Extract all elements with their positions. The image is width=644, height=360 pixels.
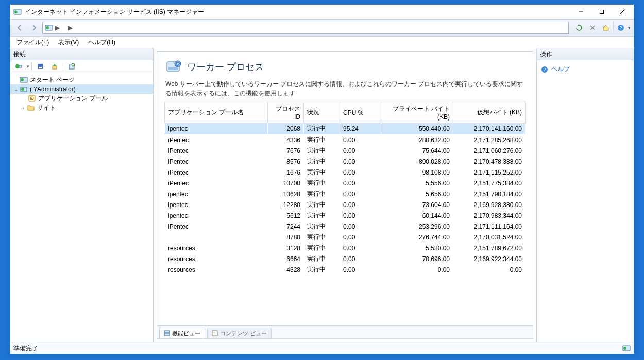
cell-state: 実行中 — [304, 188, 340, 199]
stop-button[interactable] — [586, 22, 599, 34]
cell-state: 実行中 — [304, 167, 340, 178]
forward-button[interactable] — [28, 22, 40, 34]
collapse-icon[interactable]: ⌄ — [12, 87, 20, 92]
back-button[interactable] — [13, 22, 26, 34]
cell-state: 実行中 — [304, 210, 340, 221]
cell-pid: 10620 — [268, 188, 304, 199]
action-label: ヘルプ — [551, 65, 570, 74]
tree-app-pools[interactable]: アプリケーション プール — [10, 94, 153, 103]
table-row[interactable]: ipentec10620実行中0.005,656.002,151,790,184… — [165, 188, 526, 199]
cell-private: 280,632.00 — [381, 134, 453, 146]
cell-private: 253,296.00 — [381, 221, 453, 232]
svg-rect-3 — [600, 10, 604, 14]
cell-state: 実行中 — [304, 156, 340, 167]
refresh-tree-icon[interactable] — [65, 60, 78, 73]
col-cpu[interactable]: CPU % — [340, 102, 381, 123]
address-bar[interactable]: ▶ ▶ — [42, 22, 569, 34]
menu-file[interactable]: ファイル(F) — [12, 37, 53, 48]
cell-name: ipentec — [165, 199, 268, 210]
cell-virtual: 2,170,141,160.00 — [453, 123, 526, 134]
connections-header: 接続 — [10, 48, 153, 60]
expand-icon[interactable]: › — [20, 105, 27, 111]
cell-virtual: 2,170,031,524.00 — [453, 232, 526, 243]
minimize-button[interactable] — [571, 5, 591, 19]
table-row[interactable]: resources6664実行中0.0070,696.002,169,922,3… — [165, 253, 526, 264]
cell-name: iPentec — [165, 145, 268, 156]
table-row[interactable]: resources3128実行中0.005,580.002,151,789,67… — [165, 243, 526, 253]
save-icon[interactable] — [34, 60, 46, 73]
close-button[interactable] — [612, 5, 633, 19]
center-pane: ワーカー プロセス Web サーバー上で動作しているワーカー プロセスに関する情… — [154, 48, 537, 342]
cell-pid: 2068 — [268, 123, 304, 134]
action-help[interactable]: ? ヘルプ — [540, 63, 631, 75]
tree-label: スタート ページ — [30, 76, 75, 84]
table-row[interactable]: iPentec4336実行中0.00280,632.002,171,285,26… — [165, 134, 526, 146]
cell-name — [165, 232, 268, 243]
table-row[interactable]: iPentec7244実行中0.00253,296.002,171,111,16… — [165, 221, 526, 232]
iis-icon — [13, 8, 22, 16]
tab-features-view[interactable]: 機能ビュー — [159, 328, 205, 338]
table-row[interactable]: ipentec2068実行中95.24550,440.002,170,141,1… — [165, 123, 526, 134]
cell-private: 5,580.00 — [381, 243, 453, 253]
tree-server-node[interactable]: ⌄ ( ¥Administrator) — [10, 84, 153, 94]
cell-cpu: 0.00 — [340, 156, 381, 167]
column-header-row[interactable]: アプリケーション プール名 プロセス ID 状況 CPU % プライベート バイ… — [165, 102, 526, 123]
col-name[interactable]: アプリケーション プール名 — [165, 102, 268, 123]
navigation-bar: ▶ ▶ ? ▾ — [10, 19, 634, 37]
cell-cpu: 0.00 — [340, 221, 381, 232]
cell-pid: 7244 — [268, 221, 304, 232]
features-view-icon — [164, 330, 170, 336]
cell-state: 実行中 — [304, 123, 340, 134]
refresh-button[interactable] — [573, 22, 585, 34]
home-button[interactable] — [600, 22, 612, 34]
svg-point-22 — [21, 88, 24, 91]
connections-tree[interactable]: スタート ページ ⌄ ( ¥Administrator) アプリケーション プー… — [10, 73, 153, 342]
cell-cpu: 0.00 — [340, 178, 381, 188]
table-row[interactable]: iPentec1676実行中0.0098,108.002,171,115,252… — [165, 167, 526, 178]
col-pid[interactable]: プロセス ID — [268, 102, 304, 123]
cell-state: 実行中 — [304, 243, 340, 253]
cell-pid: 3128 — [268, 243, 304, 253]
table-row[interactable]: iPentec8576実行中0.00890,028.002,170,478,38… — [165, 156, 526, 167]
cell-cpu: 95.24 — [340, 123, 381, 134]
actions-pane: 操作 ? ヘルプ — [537, 48, 634, 342]
cell-name: iPentec — [165, 167, 268, 178]
worker-process-grid[interactable]: アプリケーション プール名 プロセス ID 状況 CPU % プライベート バイ… — [157, 102, 533, 325]
table-row[interactable]: 8780実行中0.00276,744.002,170,031,524.00 — [165, 232, 526, 243]
menu-view[interactable]: 表示(V) — [54, 37, 83, 48]
col-virtual[interactable]: 仮想バイト (KB) — [453, 102, 526, 123]
maximize-button[interactable] — [591, 5, 612, 19]
cell-cpu: 0.00 — [340, 264, 381, 275]
status-text: 準備完了 — [13, 344, 38, 353]
table-row[interactable]: iPentec7676実行中0.0075,644.002,171,060,276… — [165, 145, 526, 156]
table-row[interactable]: ipentec12280実行中0.0073,604.002,169,928,38… — [165, 199, 526, 210]
cell-pid: 12280 — [268, 199, 304, 210]
help-button[interactable]: ? — [615, 22, 627, 34]
sites-folder-icon — [27, 104, 35, 112]
table-row[interactable]: resources4328実行中0.000.000.00 — [165, 264, 526, 275]
cell-virtual: 2,169,928,380.00 — [453, 199, 526, 210]
tree-start-page[interactable]: スタート ページ — [10, 75, 153, 84]
cell-name: iPentec — [165, 156, 268, 167]
col-state[interactable]: 状況 — [304, 102, 340, 123]
up-icon[interactable] — [48, 60, 61, 73]
table-row[interactable]: iPentec10700実行中0.005,556.002,151,775,384… — [165, 178, 526, 188]
tree-sites[interactable]: › サイト — [10, 103, 153, 112]
iis-manager-window: インターネット インフォメーション サービス (IIS) マネージャー ▶ ▶ … — [10, 4, 634, 354]
cell-cpu: 0.00 — [340, 145, 381, 156]
cell-state: 実行中 — [304, 134, 340, 146]
menu-help[interactable]: ヘルプ(H) — [84, 37, 120, 48]
table-row[interactable]: ipentec5612実行中0.0060,144.002,170,983,344… — [165, 210, 526, 221]
iis-icon — [45, 24, 53, 32]
cell-pid: 7676 — [268, 145, 304, 156]
col-private[interactable]: プライベート バイト (KB) — [381, 102, 453, 123]
tab-content-view[interactable]: コンテンツ ビュー — [207, 328, 272, 338]
cell-virtual: 2,171,111,164.00 — [453, 221, 526, 232]
svg-point-38 — [623, 347, 626, 350]
connect-icon[interactable] — [12, 60, 25, 73]
cell-pid: 8576 — [268, 156, 304, 167]
cell-private: 73,604.00 — [381, 199, 453, 210]
cell-private: 5,556.00 — [381, 178, 453, 188]
view-tabs: 機能ビュー コンテンツ ビュー — [157, 325, 533, 338]
actions-header: 操作 — [537, 48, 634, 60]
